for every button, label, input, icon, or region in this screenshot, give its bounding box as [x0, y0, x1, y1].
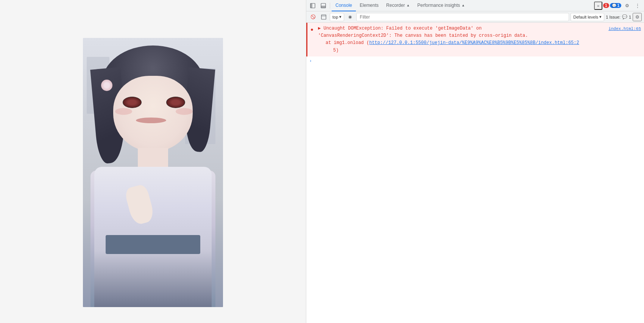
- webpage-area: [0, 0, 306, 323]
- error-main-text: ▶ Uncaught DOMException: Failed to execu…: [318, 25, 641, 54]
- more-tabs-icon: »: [597, 3, 599, 8]
- error-badge: 1: [603, 3, 609, 8]
- settings-button[interactable]: ⚙: [622, 2, 632, 10]
- message-count: 1: [617, 3, 619, 8]
- tab-recorder[interactable]: Recorder ▲: [382, 0, 413, 11]
- tab-console-label: Console: [335, 3, 352, 8]
- error-arrow[interactable]: ▶: [318, 26, 321, 31]
- tab-bar: Console Elements Recorder ▲ Performance …: [332, 0, 593, 11]
- clear-icon: 🚫: [310, 14, 316, 19]
- tab-performance-insights[interactable]: Performance insights ▲: [413, 0, 469, 11]
- devtools-tab-bar: Console Elements Recorder ▲ Performance …: [306, 0, 644, 11]
- tab-performance-label: Performance insights: [417, 3, 460, 8]
- issue-label: 1 Issue:: [606, 15, 621, 19]
- context-label: top: [332, 15, 338, 19]
- default-levels-chevron: ▾: [599, 14, 602, 19]
- console-prompt[interactable]: ›: [306, 56, 644, 60]
- recorder-icon: ▲: [406, 3, 410, 7]
- issue-icon: 💬: [622, 14, 627, 19]
- console-settings-icon: ⚙: [635, 14, 639, 20]
- console-toolbar: 🚫 top ▾ ◉ Default levels ▾ 1 Issue: 💬: [306, 11, 644, 23]
- eye-icon: ◉: [348, 14, 352, 19]
- tab-console[interactable]: Console: [332, 0, 356, 11]
- console-settings-button[interactable]: ⚙: [633, 13, 642, 21]
- error-file-link[interactable]: index.html:65: [608, 26, 641, 32]
- error-circle-icon: ●: [310, 26, 313, 33]
- clear-console-button[interactable]: 🚫: [309, 13, 318, 21]
- toolbar-separator: [330, 3, 330, 9]
- default-levels-selector[interactable]: Default levels ▾: [571, 13, 604, 21]
- more-tabs-button[interactable]: »: [594, 2, 602, 10]
- tab-elements-label: Elements: [360, 3, 379, 8]
- console-output: ● index.html:65 ▶ Uncaught DOMException:…: [306, 23, 644, 323]
- message-badge: 💬 1: [610, 3, 621, 8]
- performance-icon: ▲: [462, 3, 465, 7]
- context-chevron: ▾: [339, 14, 341, 19]
- anime-image: [83, 38, 223, 307]
- toolbar-right: 1 💬 1 ⚙ ⋮: [603, 2, 642, 10]
- issue-count: 1: [629, 15, 631, 19]
- more-options-button[interactable]: ⋮: [633, 2, 642, 10]
- inspect-mode-button[interactable]: [319, 13, 328, 21]
- error-entry: ● index.html:65 ▶ Uncaught DOMException:…: [306, 23, 644, 56]
- error-count: 1: [605, 3, 607, 8]
- context-selector[interactable]: top ▾: [330, 13, 344, 21]
- eye-button[interactable]: ◉: [346, 13, 355, 21]
- message-icon: 💬: [612, 3, 616, 8]
- tab-recorder-label: Recorder: [386, 3, 405, 8]
- devtools-panel: Console Elements Recorder ▲ Performance …: [306, 0, 644, 323]
- anime-figure: [83, 38, 223, 307]
- filter-input[interactable]: [356, 13, 569, 21]
- dock-bottom-button[interactable]: [318, 2, 328, 10]
- dock-undock-button[interactable]: [308, 2, 318, 10]
- settings-icon: ⚙: [625, 3, 629, 8]
- svg-rect-1: [310, 3, 312, 8]
- issue-badge: 1 Issue: 💬 1: [606, 14, 631, 19]
- tab-elements[interactable]: Elements: [356, 0, 382, 11]
- more-options-icon: ⋮: [635, 3, 640, 8]
- svg-rect-4: [321, 15, 326, 19]
- default-levels-label: Default levels: [573, 15, 598, 19]
- svg-rect-3: [321, 6, 326, 8]
- prompt-arrow-icon: ›: [309, 59, 312, 63]
- error-stack-link[interactable]: http://127.0.0.1:5500/juejin-data/%E9%A9…: [369, 40, 579, 45]
